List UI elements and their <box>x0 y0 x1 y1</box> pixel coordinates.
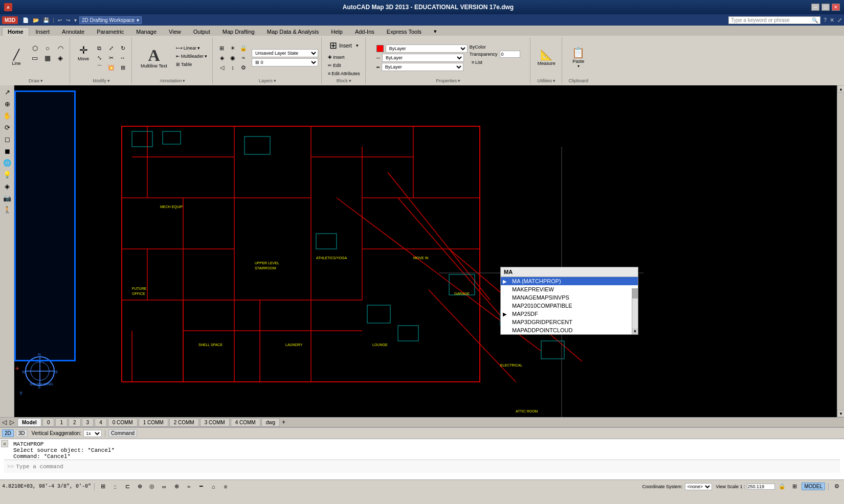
draw-dropdown-icon[interactable]: ▾ <box>40 78 43 83</box>
tab-1[interactable]: 1 <box>55 418 68 427</box>
restore-btn[interactable]: □ <box>821 4 830 11</box>
layers-dropdown-icon[interactable]: ▾ <box>274 78 276 83</box>
ac-item-matchprop[interactable]: ▶ MA (MATCHPROP) <box>501 277 638 285</box>
lt-material-btn[interactable]: ◈ <box>1 180 13 192</box>
otrack-btn[interactable]: ∞ <box>159 482 169 491</box>
tab-help[interactable]: Help <box>325 27 348 36</box>
scroll-up-btn[interactable]: ▲ <box>837 85 844 93</box>
arc-btn[interactable]: ◠ <box>54 43 66 53</box>
lt-light-btn[interactable]: 💡 <box>1 169 13 180</box>
close-btn[interactable]: ✕ <box>832 4 840 11</box>
scroll-down-btn[interactable]: ▼ <box>837 410 844 417</box>
tab-home[interactable]: Home <box>2 27 29 36</box>
polyline-btn[interactable]: ⬡ <box>29 43 41 53</box>
lt-camera-btn[interactable]: 📷 <box>1 192 13 203</box>
ducs-btn[interactable]: ⊕ <box>171 482 182 491</box>
hatch-btn[interactable]: ▦ <box>41 53 54 62</box>
trim-btn[interactable]: ✂ <box>105 53 117 62</box>
tab-express-tools[interactable]: Express Tools <box>381 27 427 36</box>
ac-item-map2010compatible[interactable]: MAP2010COMPATIBLE <box>501 302 638 310</box>
explode-btn[interactable]: 💥 <box>105 63 117 72</box>
ac-scrollbar[interactable]: ▼ <box>632 288 638 334</box>
tab-view[interactable]: View <box>163 27 187 36</box>
polar-btn[interactable]: ⊕ <box>135 482 145 491</box>
grid-btn[interactable]: :: <box>110 482 120 491</box>
settings-icon[interactable]: ⚙ <box>832 482 842 491</box>
save-btn[interactable]: 💾 <box>41 17 51 24</box>
add-tab-btn[interactable]: + <box>282 419 285 426</box>
command-btn[interactable]: Command <box>108 429 137 437</box>
lt-walk-btn[interactable]: 🚶 <box>1 204 13 215</box>
paste-button[interactable]: 📋 Paste ▾ <box>569 46 588 70</box>
paste-dropdown[interactable]: ▾ <box>578 64 580 68</box>
open-btn[interactable]: 📂 <box>31 17 40 24</box>
list-button[interactable]: ≡ List <box>470 59 520 66</box>
utilities-dropdown-icon[interactable]: ▾ <box>553 78 556 83</box>
multiline-text-button[interactable]: A Multiline Text <box>136 44 172 71</box>
model-label[interactable]: MODEL <box>802 483 825 490</box>
tab-4comm[interactable]: 4 COMM <box>231 418 260 427</box>
linear-dropdown[interactable]: ▾ <box>197 45 200 51</box>
create-button[interactable]: ✚ Insert <box>326 54 362 61</box>
region-btn[interactable]: ◈ <box>54 53 66 62</box>
lt-render-btn[interactable]: 🌐 <box>1 157 13 168</box>
minimize-btn[interactable]: ─ <box>811 4 819 11</box>
transparency-input[interactable] <box>500 51 520 58</box>
ac-item-map25df[interactable]: ▶ MAP25DF <box>501 310 638 318</box>
layer-state-select[interactable]: Unsaved Layer State <box>252 49 318 57</box>
tab-3[interactable]: 3 <box>82 418 94 427</box>
lt-hide-btn[interactable]: ◼ <box>1 145 13 156</box>
ac-item-managemapsinvps[interactable]: MANAGEMAPSINVPS <box>501 293 638 302</box>
tab-insert[interactable]: Insert <box>30 27 56 36</box>
multileader-button[interactable]: ⇤ Multileader ▾ <box>174 53 209 60</box>
lt-snap-btn[interactable]: ↗ <box>1 86 13 98</box>
ac-scroll-down[interactable]: ▼ <box>632 328 638 334</box>
3d-btn[interactable]: 3D <box>16 429 28 437</box>
tab-4[interactable]: 4 <box>95 418 107 427</box>
prev-tab-btn[interactable]: ◁ <box>2 419 7 426</box>
ortho-btn[interactable]: ⊏ <box>122 482 132 491</box>
ac-item-makepreview[interactable]: MAKEPREVIEW <box>501 285 638 293</box>
help-icon[interactable]: ? <box>824 17 827 23</box>
linetype-select[interactable]: ByLayer <box>382 54 464 62</box>
lt-orbit-btn[interactable]: ⟳ <box>1 122 13 133</box>
lw-btn[interactable]: ━ <box>196 482 206 491</box>
measure-button[interactable]: 📐 Measure <box>535 48 558 67</box>
layer-iso-btn[interactable]: ◈ <box>217 53 227 62</box>
edit-attributes-button[interactable]: ≡ Edit Attributes <box>326 70 362 77</box>
linear-button[interactable]: ⟼ Linear ▾ <box>174 44 209 52</box>
workspace-selector[interactable]: 2D Drafting Workspace ▾ <box>79 16 142 24</box>
insert-button[interactable]: ⊞ Insert ▾ <box>326 38 362 53</box>
layer-match-btn[interactable]: ≈ <box>238 53 249 62</box>
edit-button[interactable]: ✏ Edit <box>326 62 362 69</box>
view-scale-input[interactable] <box>747 484 775 490</box>
layer-freeze-btn[interactable]: ☀ <box>228 43 238 53</box>
new-btn[interactable]: 📄 <box>21 17 30 24</box>
layer-prev-btn[interactable]: ◁ <box>217 63 227 72</box>
layer-number-select[interactable]: ⊞ 0 <box>252 58 318 66</box>
stretch-btn[interactable]: ⤢ <box>105 43 117 53</box>
circle-btn[interactable]: ○ <box>41 43 54 53</box>
array-btn[interactable]: ⊞ <box>117 63 128 72</box>
table-button[interactable]: ⊞ Table <box>174 61 209 68</box>
scroll-track[interactable] <box>837 93 844 410</box>
layer-unisolate-btn[interactable]: ◉ <box>228 53 238 62</box>
expand-icon[interactable]: ⤢ <box>837 17 842 24</box>
qs-btn[interactable]: ≡ <box>220 482 231 491</box>
osnap-btn[interactable]: ◎ <box>147 482 157 491</box>
app-logo[interactable]: M3D <box>2 16 18 24</box>
tab-map-data[interactable]: Map Data & Analysis <box>261 27 325 36</box>
viewport-config-icon[interactable]: ⊞ <box>789 482 799 491</box>
tab-2[interactable]: 2 <box>69 418 81 427</box>
tab-0[interactable]: 0 <box>42 418 55 427</box>
extend-btn[interactable]: ↔ <box>117 53 128 62</box>
scale-btn[interactable]: ⤡ <box>94 53 105 62</box>
rotate-btn[interactable]: ↻ <box>117 43 128 53</box>
command-input[interactable] <box>16 464 837 470</box>
close-search-icon[interactable]: ✕ <box>830 17 834 24</box>
lt-pan-btn[interactable]: ✋ <box>1 110 13 121</box>
rect-btn[interactable]: ▭ <box>29 53 41 62</box>
tab-1comm[interactable]: 1 COMM <box>139 418 168 427</box>
copy-btn[interactable]: ⧉ <box>94 43 105 53</box>
layer-settings-btn[interactable]: ⚙ <box>238 63 249 72</box>
